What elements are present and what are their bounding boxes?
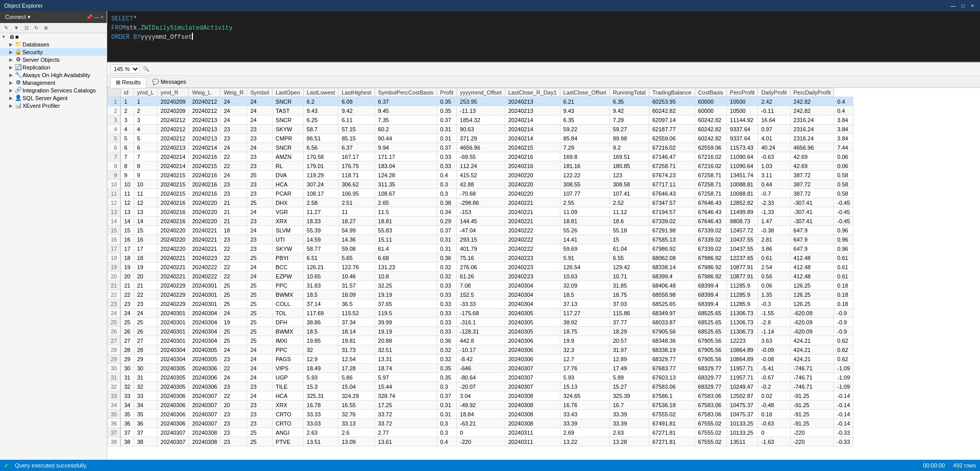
col-header-lasthighest[interactable]: LastHighest [338, 88, 375, 97]
col-header-tradingbalance[interactable]: TradingBalance [649, 88, 695, 97]
col-header-weig_l[interactable]: Weig_L [189, 88, 220, 97]
disconnect-button[interactable]: ⊗ [42, 24, 50, 32]
sidebar-item-management[interactable]: ▶⚙Management [0, 79, 107, 86]
col-header-id[interactable]: id [120, 88, 134, 97]
expand-icon[interactable]: ▶ [7, 80, 14, 85]
col-header-ymd_r[interactable]: ymd_R [157, 88, 189, 97]
connect-button[interactable]: Connect ▾ [3, 13, 33, 21]
table-row[interactable]: 23232320240229202403012525COLL37.1436.53… [108, 299, 853, 309]
table-row[interactable]: 13131320240216202402202124VGR11.271111.5… [108, 207, 853, 217]
table-row[interactable]: 14141420240216202402202123XRX18.3318.271… [108, 217, 853, 226]
sidebar-item-xevent-profiler[interactable]: ▶📊XEvent Profiler [0, 102, 107, 109]
col-header-runningtotal[interactable]: RunningTotal [609, 88, 649, 97]
table-row[interactable]: 32323220240305202403062323TILE15.315.041… [108, 382, 853, 391]
sidebar-close-button[interactable]: × [101, 14, 104, 20]
table-row[interactable]: 35353520240306202403072323CRTO33.3332.76… [108, 410, 853, 419]
col-header-percdailyprofit[interactable]: PercDailyProfit [790, 88, 834, 97]
sidebar-item-sql-server-agent[interactable]: ▶👤SQL Server Agent [0, 94, 107, 102]
zoom-select[interactable]: 145 % 100 % 125 % 150 % [110, 64, 140, 74]
filter-button[interactable]: ▼ [12, 24, 21, 32]
restore-button[interactable]: □ [960, 3, 967, 9]
table-row[interactable]: 26262620240301202403042525BWMX18.518.141… [108, 327, 853, 336]
expand-icon[interactable]: ▶ [7, 73, 14, 78]
table-row[interactable]: 22220240209202402122424TAST9.439.429.450… [108, 106, 853, 115]
col-header-weig_r[interactable]: Weig_R [220, 88, 247, 97]
table-row[interactable]: 55520240212202402132323CMPR86.5185.1590.… [108, 134, 853, 143]
col-header-lastclose_r_day1[interactable]: LastClose_R_Day1 [505, 88, 560, 97]
col-header-lastlowest[interactable]: LastLowest [303, 88, 338, 97]
cell-ymd_L: 33 [134, 391, 157, 401]
table-row[interactable]: 33320240212202402132424SNCR6.256.117.350… [108, 115, 853, 125]
table-row[interactable]: 19191920240221202402222224BCC126.21122.7… [108, 263, 853, 272]
sidebar-item-replication[interactable]: ▶🔄Replication [0, 63, 107, 71]
col-header-lastopen[interactable]: LastOpen [273, 88, 304, 97]
table-row[interactable]: 38383820240307202403082325PTVE13.5113.09… [108, 437, 853, 446]
table-row[interactable]: 30303020240305202403062224VIPS18.4917.28… [108, 364, 853, 373]
pin-button[interactable]: 📌 [86, 14, 92, 20]
tab-results[interactable]: ⊞Results [110, 77, 146, 88]
sidebar-content[interactable]: ▼🖥■▶📁Databases▶🔒Security▶⚙Server Objects… [0, 33, 107, 460]
expand-icon[interactable]: ▶ [7, 96, 14, 101]
table-row[interactable]: 27272720240301202403042525IMXI19.8519.81… [108, 336, 853, 345]
col-header-symbolperccostbasis[interactable]: SymbolPercCostBasis [375, 88, 437, 97]
cell-ymd_L: 15 [134, 226, 157, 235]
col-header-yyyymmd_offset[interactable]: yyyymmd_Offset [457, 88, 505, 97]
table-row[interactable]: 34343420240306202403072023XRX16.7816.551… [108, 401, 853, 410]
table-row[interactable]: 16161620240220202402212323UTI14.5914.361… [108, 235, 853, 244]
expand-icon[interactable]: ▶ [7, 88, 14, 93]
tab-messages[interactable]: 💬Messages [146, 77, 192, 87]
filter-settings-button[interactable]: ⊡ [22, 24, 31, 32]
col-header-profit[interactable]: Profit [437, 88, 457, 97]
table-row[interactable]: 33333320240306202403072224HCA325.31324.2… [108, 391, 853, 401]
table-row[interactable]: 28282820240304202403052424PPC3231.7332.5… [108, 345, 853, 355]
col-header-dailyprofit[interactable]: DailyProfit [758, 88, 790, 97]
sidebar-minimize-button[interactable]: — [94, 14, 99, 20]
table-row[interactable]: 24242420240301202403042425TOL117.69115.5… [108, 309, 853, 318]
query-editor[interactable]: SELECT *FROM stk.ZWIDailySimulatedActivi… [107, 11, 980, 62]
new-query-button[interactable]: ✎ [2, 24, 10, 32]
table-row[interactable]: 15151520240220202402211824SLVM55.3954.99… [108, 226, 853, 235]
table-row[interactable]: 99920240215202402162425DVA119.29118.7112… [108, 171, 853, 180]
sidebar-item-always-on-high-availability[interactable]: ▶🔧Always On High Availability [0, 71, 107, 79]
col-header-percprofit[interactable]: PercProfit [727, 88, 758, 97]
sidebar-item-security[interactable]: ▶🔒Security [0, 48, 107, 56]
expand-icon[interactable]: ▼ [0, 34, 7, 39]
table-row[interactable]: 12121220240216202402202125DHX2.582.512.6… [108, 198, 853, 207]
sidebar-item-databases[interactable]: ▶📁Databases [0, 40, 107, 48]
table-row[interactable]: 37373720240307202403082325ANGI2.632.62.7… [108, 428, 853, 437]
cell-Symbol: 25 [247, 171, 273, 180]
table-row[interactable]: 88820240214202402152223RL179.01176.75183… [108, 161, 853, 171]
sidebar-item-integration-services-catalogs[interactable]: ▶🔗Integration Services Catalogs [0, 86, 107, 94]
table-row[interactable]: 29292920240304202403052324PAGS12.912.541… [108, 355, 853, 364]
refresh-button[interactable]: ↻ [32, 24, 40, 32]
table-row[interactable]: 77720240214202402162223AMZN170.58167.171… [108, 152, 853, 161]
sidebar-item-server-objects[interactable]: ▶⚙Server Objects [0, 56, 107, 63]
col-header-ymd_l[interactable]: ymd_L [134, 88, 157, 97]
expand-icon[interactable]: ▶ [7, 57, 14, 62]
expand-icon[interactable]: ▶ [7, 50, 14, 55]
col-header-lastclose_offset[interactable]: LastClose_Offset [560, 88, 609, 97]
table-row[interactable]: 31313120240305202403062424UGP5.935.865.9… [108, 373, 853, 382]
table-row[interactable]: 11111120240215202402162323PCAR108.17106.… [108, 189, 853, 198]
table-row[interactable]: 21212120240229202403012525PPC31.8331.573… [108, 281, 853, 290]
results-container[interactable]: idymd_Lymd_RWeig_LWeig_RSymbolLastOpenLa… [107, 88, 980, 460]
table-row[interactable]: 66620240213202402142424SNCR6.566.379.940… [108, 143, 853, 152]
expand-icon[interactable]: ▶ [7, 103, 14, 108]
close-button[interactable]: × [969, 3, 976, 9]
table-row[interactable]: 17171720240220202402212223SKYW58.7759.08… [108, 244, 853, 253]
col-header-symbol[interactable]: Symbol [247, 88, 273, 97]
table-row[interactable]: 18181820240221202402232225PBYI6.515.656.… [108, 253, 853, 263]
minimize-button[interactable]: — [948, 3, 958, 9]
col-header-costbasis[interactable]: CostBasis [695, 88, 727, 97]
table-row[interactable]: 10101020240215202402162323HCA307.24306.6… [108, 180, 853, 189]
cell-PercProfit: 10877.91 [727, 263, 758, 272]
expand-icon[interactable]: ▶ [7, 42, 14, 47]
table-row[interactable]: 22222220240229202403012525BWMX18.518.091… [108, 290, 853, 299]
table-row[interactable]: 11120240209202402122424SNCR6.26.086.370.… [108, 97, 853, 106]
table-row[interactable]: 36363620240306202403072323CRTO33.0333.13… [108, 419, 853, 428]
table-row[interactable]: 44420240212202402132323SKYW58.757.1560.2… [108, 125, 853, 134]
table-row[interactable]: 25252520240301202403041925DFH38.8637.343… [108, 318, 853, 327]
table-row[interactable]: 20202020240221202402222224EZPW10.6510.46… [108, 272, 853, 281]
expand-icon[interactable]: ▶ [7, 65, 14, 70]
sidebar-item-■[interactable]: ▼🖥■ [0, 33, 107, 40]
